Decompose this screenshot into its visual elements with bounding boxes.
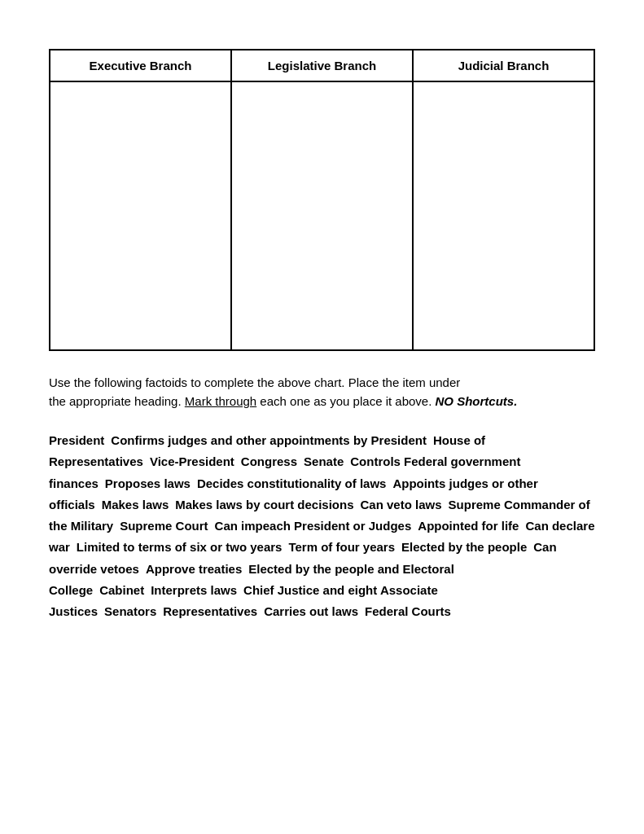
branch-table-container: Executive Branch Legislative Branch Judi… (49, 49, 595, 351)
factoid-item: Limited to terms of six or two years (77, 540, 283, 554)
factoid-item: President (49, 433, 104, 447)
factoid-item: Approve treaties (146, 562, 242, 576)
factoid-item: Federal Courts (365, 604, 451, 618)
instructions-underline: Mark through (185, 394, 256, 408)
instructions-no-shortcuts: NO Shortcuts. (436, 394, 518, 408)
factoid-item: Senators (104, 604, 156, 618)
instructions-text-1: Use the following factoids to complete t… (49, 375, 460, 389)
factoid-item: Can impeach President or Judges (215, 519, 412, 533)
factoid-item: Interprets laws (151, 583, 237, 597)
factoid-item: Carries out laws (264, 604, 358, 618)
factoid-item: Confirms judges and other appointments b… (111, 433, 427, 447)
factoid-item: Vice-President (150, 454, 234, 468)
header-executive: Executive Branch (50, 50, 231, 81)
branch-table: Executive Branch Legislative Branch Judi… (49, 49, 595, 351)
factoid-item: Representatives (163, 604, 257, 618)
instructions-block: Use the following factoids to complete t… (49, 374, 595, 410)
factoid-item: Cabinet (99, 583, 144, 597)
cell-executive (50, 81, 231, 350)
factoid-item: Can veto laws (361, 498, 442, 511)
factoid-item: Congress (241, 454, 297, 468)
factoid-item: Decides constitutionality of laws (197, 476, 387, 490)
factoid-item: Elected by the people (401, 540, 527, 554)
cell-legislative (231, 81, 413, 350)
factoid-item: Proposes laws (105, 476, 191, 490)
header-legislative: Legislative Branch (231, 50, 413, 81)
factoids-block: PresidentConfirms judges and other appoi… (49, 430, 595, 622)
header-judicial: Judicial Branch (413, 50, 594, 81)
instructions-text-3: each one as you place it above. (260, 394, 432, 408)
factoid-item: Supreme Court (120, 519, 208, 533)
factoid-item: Term of four years (288, 540, 395, 554)
factoid-item: Senate (304, 454, 344, 468)
factoid-item: Makes laws (102, 498, 169, 511)
factoid-item: Appointed for life (418, 519, 519, 533)
cell-judicial (413, 81, 594, 350)
instructions-text-2: the appropriate heading. (49, 394, 182, 408)
factoid-item: Makes laws by court decisions (175, 498, 353, 511)
